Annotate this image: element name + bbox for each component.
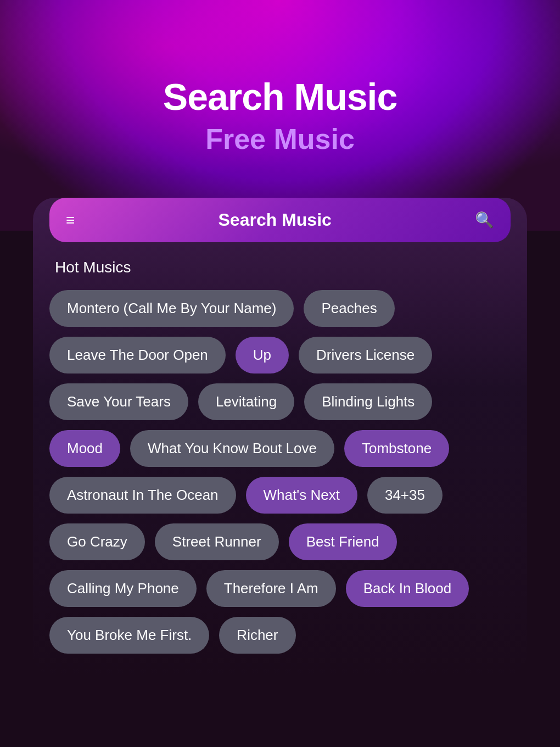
app-subtitle: Free Music bbox=[205, 122, 355, 155]
hamburger-icon[interactable]: ≡ bbox=[66, 213, 75, 228]
tag-mood[interactable]: Mood bbox=[49, 430, 120, 467]
tag-up[interactable]: Up bbox=[236, 337, 289, 374]
search-icon[interactable]: 🔍 bbox=[475, 211, 494, 229]
tag-go-crazy[interactable]: Go Crazy bbox=[49, 523, 145, 560]
tag-levitating[interactable]: Levitating bbox=[198, 383, 294, 420]
search-bar[interactable]: ≡ Search Music 🔍 bbox=[49, 198, 511, 242]
tag-astronaut-in-the-ocean[interactable]: Astronaut In The Ocean bbox=[49, 477, 236, 514]
tag-calling-my-phone[interactable]: Calling My Phone bbox=[49, 570, 197, 607]
tag-montero[interactable]: Montero (Call Me By Your Name) bbox=[49, 290, 294, 327]
app-title: Search Music bbox=[163, 75, 397, 118]
tags-container: Montero (Call Me By Your Name)PeachesLea… bbox=[33, 290, 527, 654]
tag-you-broke-me-first[interactable]: You Broke Me First. bbox=[49, 617, 209, 654]
tag-whats-next[interactable]: What's Next bbox=[246, 477, 357, 514]
tag-therefore-i-am[interactable]: Therefore I Am bbox=[206, 570, 336, 607]
tag-leave-the-door-open[interactable]: Leave The Door Open bbox=[49, 337, 226, 374]
tag-blinding-lights[interactable]: Blinding Lights bbox=[304, 383, 432, 420]
main-card: ≡ Search Music 🔍 Hot Musics Montero (Cal… bbox=[33, 198, 527, 676]
tag-peaches[interactable]: Peaches bbox=[304, 290, 394, 327]
tag-tombstone[interactable]: Tombstone bbox=[344, 430, 449, 467]
tag-richer[interactable]: Richer bbox=[219, 617, 295, 654]
tag-save-your-tears[interactable]: Save Your Tears bbox=[49, 383, 188, 420]
search-bar-title: Search Music bbox=[86, 210, 464, 230]
tag-drivers-license[interactable]: Drivers License bbox=[299, 337, 432, 374]
tag-34-35[interactable]: 34+35 bbox=[367, 477, 443, 514]
tag-street-runner[interactable]: Street Runner bbox=[155, 523, 279, 560]
tag-back-in-blood[interactable]: Back In Blood bbox=[346, 570, 469, 607]
tag-what-you-know-bout-love[interactable]: What You Know Bout Love bbox=[130, 430, 334, 467]
hot-musics-label: Hot Musics bbox=[33, 259, 527, 276]
tag-best-friend[interactable]: Best Friend bbox=[289, 523, 397, 560]
hero-section: Search Music Free Music bbox=[0, 0, 560, 231]
